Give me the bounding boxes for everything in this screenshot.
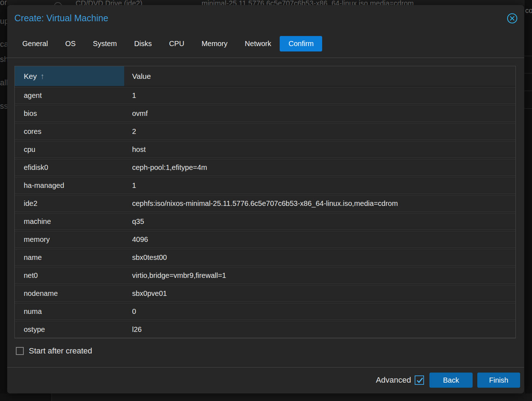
row-value: 4096 [124, 235, 515, 244]
background-text-fragment: ss [0, 102, 7, 111]
row-value: 1 [124, 181, 515, 190]
row-key: efidisk0 [15, 163, 124, 172]
row-value: 0 [124, 307, 515, 316]
table-row[interactable]: bios ovmf [15, 105, 515, 122]
value-header-label: Value [132, 72, 151, 81]
kv-table-body: agent 1 bios ovmf cores 2 cpu host efidi… [15, 87, 515, 338]
table-row[interactable]: cores 2 [15, 123, 515, 140]
table-row[interactable]: ide2 cephfs:iso/nixos-minimal-25.11.5776… [15, 195, 515, 212]
tab-os[interactable]: OS [57, 36, 84, 51]
row-key: memory [15, 235, 124, 244]
tab-disks[interactable]: Disks [126, 36, 161, 51]
row-key: nodename [15, 289, 124, 298]
row-value: l26 [124, 325, 515, 334]
start-after-created-checkbox[interactable] [16, 347, 24, 355]
row-key: numa [15, 307, 124, 316]
tab-confirm[interactable]: Confirm [280, 36, 322, 51]
row-key: net0 [15, 271, 124, 280]
row-key: bios [15, 109, 124, 118]
back-button[interactable]: Back [429, 373, 473, 388]
tab-memory[interactable]: Memory [193, 36, 236, 51]
row-key: ostype [15, 325, 124, 334]
table-row[interactable]: cpu host [15, 141, 515, 158]
background-page-left-strip: or up ca sh all ss [0, 0, 7, 401]
background-radio-icon [54, 2, 62, 5]
background-text-fragment: or [0, 0, 7, 7]
row-key: cpu [15, 145, 124, 154]
row-value: 2 [124, 127, 515, 136]
background-row-value: minimal-25.11.5776.6c5e707c6b53-x86_64-l… [202, 0, 414, 5]
footer-divider [7, 367, 524, 368]
table-row[interactable]: name sbx0test00 [15, 249, 515, 266]
sort-ascending-icon: ↑ [40, 72, 44, 81]
row-value: ovmf [124, 109, 515, 118]
row-value: sbx0test00 [124, 253, 515, 262]
background-text-fragment: sh [0, 55, 7, 64]
background-text-fragment: co [525, 6, 532, 15]
table-row[interactable]: net0 virtio,bridge=vmbr9,firewall=1 [15, 267, 515, 284]
content-divider [7, 58, 524, 58]
advanced-label: Advanced [376, 375, 411, 385]
table-row[interactable]: numa 0 [15, 303, 515, 320]
row-value: sbx0pve01 [124, 289, 515, 298]
row-key: cores [15, 127, 124, 136]
tab-network[interactable]: Network [236, 36, 280, 51]
column-header-value[interactable]: Value [124, 66, 515, 86]
row-value: 1 [124, 91, 515, 100]
start-after-created-option: Start after created [16, 346, 92, 356]
background-text-fragment: all [0, 78, 7, 87]
table-header: Key ↑ Value [15, 66, 515, 86]
background-page-top-strip: CD/DVD Drive (ide2) minimal-25.11.5776.6… [0, 0, 532, 5]
wizard-tabs: General OS System Disks CPU Memory Netwo… [14, 36, 322, 51]
key-header-label: Key [24, 72, 37, 81]
tab-system[interactable]: System [84, 36, 126, 51]
row-key: ha-managed [15, 181, 124, 190]
background-text-fragment: ca [0, 40, 7, 49]
row-key: agent [15, 91, 124, 100]
row-value: q35 [124, 217, 515, 226]
row-value: cephfs:iso/nixos-minimal-25.11.5776.6c5e… [124, 199, 515, 208]
tab-general[interactable]: General [14, 36, 57, 51]
table-row[interactable]: nodename sbx0pve01 [15, 285, 515, 302]
row-key: machine [15, 217, 124, 226]
dialog-footer: Advanced Back Finish [7, 370, 524, 390]
confirm-settings-table: Key ↑ Value agent 1 bios ovmf cores 2 cp… [14, 66, 516, 338]
advanced-checkbox[interactable] [415, 375, 424, 385]
row-value: host [124, 145, 515, 154]
background-page-bottom-strip [0, 393, 532, 401]
tab-cpu[interactable]: CPU [161, 36, 193, 51]
close-icon[interactable] [507, 13, 518, 24]
row-key: name [15, 253, 124, 262]
dialog-title: Create: Virtual Machine [14, 12, 108, 24]
row-key: ide2 [15, 199, 124, 208]
table-row[interactable]: agent 1 [15, 87, 515, 104]
background-text-fragment: up [0, 17, 7, 26]
finish-button[interactable]: Finish [477, 373, 520, 388]
background-page-right-strip: co [524, 0, 532, 401]
table-row[interactable]: ha-managed 1 [15, 177, 515, 194]
row-value: ceph-pool:1,efitype=4m [124, 163, 515, 172]
table-row[interactable]: efidisk0 ceph-pool:1,efitype=4m [15, 159, 515, 176]
row-value: virtio,bridge=vmbr9,firewall=1 [124, 271, 515, 280]
start-after-created-label: Start after created [29, 346, 92, 356]
create-vm-dialog: Create: Virtual Machine General OS Syste… [7, 5, 524, 393]
table-row[interactable]: ostype l26 [15, 321, 515, 338]
table-row[interactable]: machine q35 [15, 213, 515, 230]
column-header-key[interactable]: Key ↑ [15, 66, 124, 86]
table-row[interactable]: memory 4096 [15, 231, 515, 248]
background-row-label: CD/DVD Drive (ide2) [76, 0, 143, 5]
